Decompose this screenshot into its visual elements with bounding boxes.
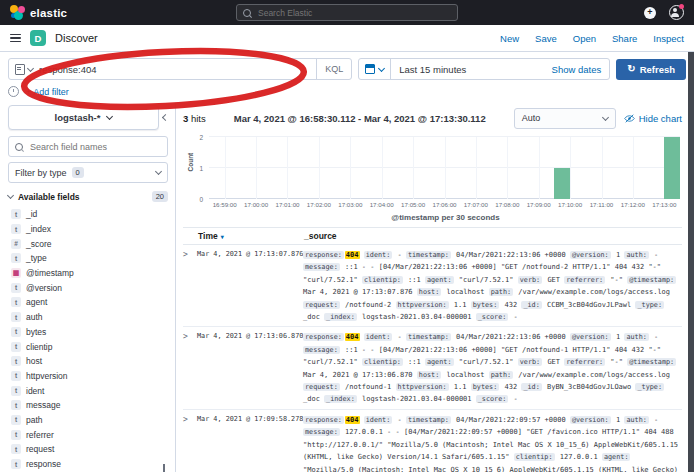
calendar-icon: [365, 64, 375, 74]
x-tick-label: 17:07:00: [464, 201, 488, 208]
index-pattern-select[interactable]: logstash-*: [8, 105, 159, 130]
field-name: _score: [26, 239, 52, 249]
field-key-chip: verb:: [518, 276, 542, 284]
global-search[interactable]: [236, 4, 458, 21]
x-tick-label: 17:09:00: [527, 201, 551, 208]
field-item-_score[interactable]: #_score: [8, 236, 168, 251]
x-gridline: [633, 137, 634, 199]
x-gridline: [602, 137, 603, 199]
field-name: path: [26, 415, 43, 425]
field-item-version[interactable]: t@version: [8, 280, 168, 295]
x-gridline: [382, 137, 383, 199]
app-navbar: D Discover NewSaveOpenShareInspect: [0, 25, 694, 52]
highlight-value: 404: [345, 251, 360, 259]
action-share[interactable]: Share: [612, 33, 637, 44]
interval-select[interactable]: Auto: [514, 108, 616, 129]
x-tick-label: 17:05:00: [401, 201, 425, 208]
refresh-button[interactable]: ↻ Refresh: [616, 59, 686, 80]
field-search[interactable]: [8, 136, 168, 157]
field-search-input[interactable]: [28, 141, 161, 153]
field-item-referrer[interactable]: treferrer: [8, 427, 168, 442]
action-save[interactable]: Save: [535, 33, 557, 44]
x-axis-ticks: 16:59:0017:00:0017:01:0017:02:0017:03:00…: [209, 201, 680, 210]
field-item-ident[interactable]: tident: [8, 383, 168, 398]
field-item-_id[interactable]: t_id: [8, 207, 168, 222]
field-item-path[interactable]: tpath: [8, 413, 168, 428]
text-field-icon: t: [11, 356, 21, 366]
field-name: agent: [26, 297, 47, 307]
row-expand-icon[interactable]: >: [183, 331, 197, 405]
scrollbar[interactable]: [688, 52, 694, 472]
discover-app-badge: D: [30, 30, 46, 46]
search-icon: [15, 143, 23, 151]
histogram-chart: Count 012: [183, 137, 682, 199]
help-icon[interactable]: +: [644, 7, 656, 19]
global-search-input[interactable]: [256, 7, 451, 19]
y-axis-ticks: 012: [193, 137, 205, 199]
x-gridline: [319, 137, 320, 199]
filter-row: + Add filter: [0, 84, 694, 103]
saved-query-menu[interactable]: [9, 64, 39, 75]
field-key-chip: path:: [489, 288, 513, 296]
time-range-value[interactable]: Last 15 minutes: [391, 64, 474, 75]
query-input[interactable]: response:404 KQL: [8, 58, 352, 80]
user-avatar[interactable]: [669, 5, 684, 20]
query-language-button[interactable]: KQL: [316, 59, 351, 79]
field-name: httpversion: [26, 371, 68, 381]
field-name: request: [26, 444, 54, 454]
hide-chart-button[interactable]: Hide chart: [624, 113, 682, 124]
appbar-actions: NewSaveOpenShareInspect: [500, 33, 684, 44]
field-item-_index[interactable]: t_index: [8, 222, 168, 237]
field-item-timestamp[interactable]: ▦@timestamp: [8, 266, 168, 281]
x-gridline: [256, 137, 257, 199]
field-item-_type[interactable]: t_type: [8, 251, 168, 266]
x-gridline: [539, 137, 540, 199]
field-key-chip: auth:: [624, 251, 648, 259]
field-item-bytes[interactable]: tbytes: [8, 325, 168, 340]
field-key-chip: @timestamp:: [627, 276, 676, 284]
field-name: bytes: [26, 327, 46, 337]
row-expand-icon[interactable]: >: [183, 414, 197, 472]
page-title: Discover: [55, 32, 98, 44]
menu-icon[interactable]: [10, 34, 21, 43]
filter-by-type[interactable]: Filter by type 0: [8, 162, 168, 183]
field-key-chip: agent:: [425, 276, 454, 284]
text-field-icon: t: [11, 209, 21, 219]
show-dates-button[interactable]: Show dates: [544, 64, 610, 75]
action-inspect[interactable]: Inspect: [653, 33, 684, 44]
number-field-icon: #: [11, 239, 21, 249]
filter-history-icon[interactable]: [8, 86, 19, 97]
field-item-httpversion[interactable]: thttpversion: [8, 369, 168, 384]
x-gridline: [570, 137, 571, 199]
histogram-bar[interactable]: [664, 137, 680, 199]
field-name: @version: [26, 283, 62, 293]
action-new[interactable]: New: [500, 33, 519, 44]
x-gridline: [507, 137, 508, 199]
field-key-chip: message:: [303, 428, 340, 436]
field-key-chip: clientip:: [514, 453, 555, 461]
x-tick-label: 16:59:00: [213, 201, 237, 208]
field-item-clientip[interactable]: tclientip: [8, 339, 168, 354]
time-column-header[interactable]: Time ▾: [198, 231, 304, 241]
add-filter-button[interactable]: + Add filter: [26, 87, 69, 97]
collapse-sidebar-icon[interactable]: [163, 115, 168, 120]
query-text[interactable]: response:404: [39, 64, 316, 75]
row-expand-icon[interactable]: >: [183, 249, 197, 323]
field-item-host[interactable]: thost: [8, 354, 168, 369]
field-item-message[interactable]: tmessage: [8, 398, 168, 413]
field-key-chip: response:: [303, 416, 344, 424]
histogram-bar[interactable]: [554, 168, 570, 199]
action-open[interactable]: Open: [573, 33, 596, 44]
x-tick-label: 17:08:00: [495, 201, 519, 208]
saved-query-icon: [15, 64, 25, 75]
field-item-response[interactable]: tresponse: [8, 457, 168, 472]
available-fields-header[interactable]: Available fields 20: [8, 191, 168, 202]
field-key-chip: message:: [303, 263, 340, 271]
field-item-request[interactable]: trequest: [8, 442, 168, 457]
field-item-auth[interactable]: tauth: [8, 310, 168, 325]
field-item-agent[interactable]: tagent: [8, 295, 168, 310]
text-field-icon: t: [11, 371, 21, 381]
field-key-chip: clientip:: [362, 358, 403, 366]
global-header: elastic +: [0, 0, 694, 25]
date-quick-select[interactable]: [359, 59, 391, 79]
